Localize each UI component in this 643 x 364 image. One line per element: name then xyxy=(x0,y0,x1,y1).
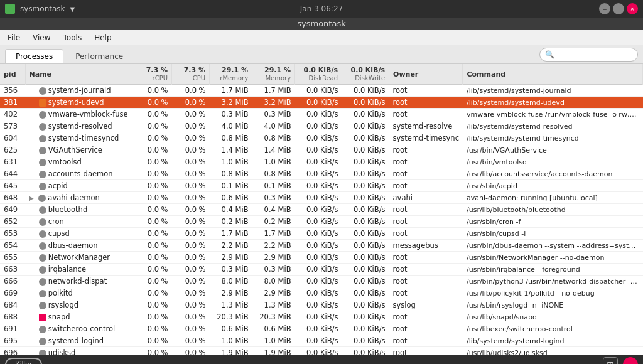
cell-rmem: 2.9 MiB xyxy=(210,287,252,299)
cell-command: /lib/systemd/systemd-resolved xyxy=(463,120,643,132)
table-row[interactable]: 669 polkitd 0.0 % 0.0 % 2.9 MiB 2.9 MiB … xyxy=(0,287,643,299)
cell-cpu: 0.0 % xyxy=(172,120,210,132)
process-icon xyxy=(39,171,46,178)
cell-name: snapd xyxy=(25,311,134,323)
cell-pid: 695 xyxy=(0,335,25,347)
app-menu-label[interactable]: sysmontask xyxy=(20,4,65,13)
tab-performance[interactable]: Performance xyxy=(65,49,134,63)
cell-rcpu: 0.0 % xyxy=(134,287,172,299)
close-button[interactable]: × xyxy=(627,3,638,14)
cell-rmem: 0.6 MiB xyxy=(210,323,252,335)
cell-diskwrite: 0.0 KiB/s xyxy=(342,168,389,180)
cell-command: vmware-vmblock-fuse /run/vmblock-fuse -o… xyxy=(463,109,643,120)
maximize-button[interactable]: □ xyxy=(613,3,624,14)
cell-mem: 1.3 MiB xyxy=(252,299,295,311)
menu-tools[interactable]: Tools xyxy=(58,32,87,43)
col-pid[interactable]: pid xyxy=(0,64,25,85)
col-command[interactable]: Command xyxy=(463,64,643,85)
cell-rcpu: 0.0 % xyxy=(134,204,172,216)
cell-mem: 2.9 MiB xyxy=(252,287,295,299)
cell-cpu: 0.0 % xyxy=(172,252,210,264)
process-icon xyxy=(38,195,46,202)
menu-view[interactable]: View xyxy=(28,32,55,43)
cell-cpu: 0.0 % xyxy=(172,156,210,168)
cell-rcpu: 0.0 % xyxy=(134,132,172,144)
table-row[interactable]: 649 bluetoothd 0.0 % 0.0 % 0.4 MiB 0.4 M… xyxy=(0,204,643,216)
cell-cpu: 0.0 % xyxy=(172,299,210,311)
col-owner[interactable]: Owner xyxy=(389,64,463,85)
cell-diskread: 0.0 KiB/s xyxy=(295,109,342,120)
cell-owner: root xyxy=(389,180,463,192)
tab-processes[interactable]: Processes xyxy=(5,49,63,63)
search-input[interactable] xyxy=(557,51,632,58)
cell-mem: 3.2 MiB xyxy=(252,97,295,109)
process-icon xyxy=(39,338,46,345)
cell-name: rsyslogd xyxy=(25,299,134,311)
table-row[interactable]: 356 systemd-journald 0.0 % 0.0 % 1.7 MiB… xyxy=(0,85,643,97)
cell-owner: root xyxy=(389,276,463,287)
table-row[interactable]: 645 acpid 0.0 % 0.0 % 0.1 MiB 0.1 MiB 0.… xyxy=(0,180,643,192)
table-row[interactable]: 625 VGAuthService 0.0 % 0.0 % 1.4 MiB 1.… xyxy=(0,144,643,156)
col-cpu[interactable]: 7.3 %CPU xyxy=(172,64,210,85)
table-row[interactable]: 666 networkd-dispat 0.0 % 0.0 % 8.0 MiB … xyxy=(0,276,643,287)
cell-command: /lib/systemd/systemd-timesyncd xyxy=(463,132,643,144)
cell-cpu: 0.0 % xyxy=(172,97,210,109)
tab-bar: Processes Performance 🔍 xyxy=(0,45,643,64)
cell-rcpu: 0.0 % xyxy=(134,335,172,347)
col-name[interactable]: Name xyxy=(25,64,134,85)
status-bar-right: ⊞ xyxy=(603,357,638,364)
col-diskwrite[interactable]: 0.0 KiB/sDiskWrite xyxy=(342,64,389,85)
table-row[interactable]: 604 systemd-timesyncd 0.0 % 0.0 % 0.8 Mi… xyxy=(0,132,643,144)
cell-diskread: 0.0 KiB/s xyxy=(295,144,342,156)
title-bar-left: sysmontask ▼ Jan 3 06:27 xyxy=(5,4,75,14)
cell-rmem: 20.3 MiB xyxy=(210,311,252,323)
search-box[interactable]: 🔍 xyxy=(539,48,638,62)
table-row[interactable]: 654 dbus-daemon 0.0 % 0.0 % 2.2 MiB 2.2 … xyxy=(0,240,643,252)
table-row[interactable]: 652 cron 0.0 % 0.0 % 0.2 MiB 0.2 MiB 0.0… xyxy=(0,216,643,228)
grid-button[interactable]: ⊞ xyxy=(603,357,618,364)
table-row[interactable]: 696 udisksd 0.0 % 0.0 % 1.9 MiB 1.9 MiB … xyxy=(0,347,643,356)
cell-diskread: 0.0 KiB/s xyxy=(295,264,342,276)
menu-help[interactable]: Help xyxy=(89,32,116,43)
cell-command: avahi-daemon: running [ubuntu.local] xyxy=(463,192,643,204)
cell-name: irqbalance xyxy=(25,264,134,276)
cell-rcpu: 0.0 % xyxy=(134,264,172,276)
table-row[interactable]: 653 cupsd 0.0 % 0.0 % 1.7 MiB 1.7 MiB 0.… xyxy=(0,228,643,240)
cell-name: cupsd xyxy=(25,228,134,240)
table-row[interactable]: 691 switcheroo-control 0.0 % 0.0 % 0.6 M… xyxy=(0,323,643,335)
cell-rmem: 3.2 MiB xyxy=(210,97,252,109)
search-icon: 🔍 xyxy=(545,50,554,59)
table-row[interactable]: 663 irqbalance 0.0 % 0.0 % 0.3 MiB 0.3 M… xyxy=(0,264,643,276)
cell-rcpu: 0.0 % xyxy=(134,299,172,311)
cell-diskread: 0.0 KiB/s xyxy=(295,287,342,299)
table-row[interactable]: 402 vmware-vmblock-fuse 0.0 % 0.0 % 0.3 … xyxy=(0,109,643,120)
cell-owner: syslog xyxy=(389,299,463,311)
table-row[interactable]: 684 rsyslogd 0.0 % 0.0 % 1.3 MiB 1.3 MiB… xyxy=(0,299,643,311)
cell-mem: 0.3 MiB xyxy=(252,264,295,276)
process-icon xyxy=(39,123,46,131)
killer-button[interactable]: Killer xyxy=(5,358,42,364)
cell-diskread: 0.0 KiB/s xyxy=(295,192,342,204)
app-menu-arrow[interactable]: ▼ xyxy=(70,6,75,13)
cell-diskwrite: 0.0 KiB/s xyxy=(342,228,389,240)
table-row[interactable]: 644 accounts-daemon 0.0 % 0.0 % 0.8 MiB … xyxy=(0,168,643,180)
process-icon xyxy=(39,99,46,107)
table-row[interactable]: 648 ▶ avahi-daemon 0.0 % 0.0 % 0.6 MiB 0… xyxy=(0,192,643,204)
col-mem[interactable]: 29.1 %Memory xyxy=(252,64,295,85)
table-row[interactable]: 655 NetworkManager 0.0 % 0.0 % 2.9 MiB 2… xyxy=(0,252,643,264)
col-diskread[interactable]: 0.0 KiB/sDiskRead xyxy=(295,64,342,85)
expand-arrow[interactable]: ▶ xyxy=(29,195,34,201)
minimize-button[interactable]: – xyxy=(599,3,610,14)
menu-file[interactable]: File xyxy=(3,32,25,43)
table-row[interactable]: 688 snapd 0.0 % 0.0 % 20.3 MiB 20.3 MiB … xyxy=(0,311,643,323)
table-row[interactable]: 695 systemd-logind 0.0 % 0.0 % 1.0 MiB 1… xyxy=(0,335,643,347)
stop-button[interactable] xyxy=(623,357,638,364)
process-icon xyxy=(39,266,46,274)
table-row[interactable]: 381 systemd-udevd 0.0 % 0.0 % 3.2 MiB 3.… xyxy=(0,97,643,109)
table-row[interactable]: 631 vmtoolsd 0.0 % 0.0 % 1.0 MiB 1.0 MiB… xyxy=(0,156,643,168)
table-row[interactable]: 573 systemd-resolved 0.0 % 0.0 % 4.0 MiB… xyxy=(0,120,643,132)
cell-diskread: 0.0 KiB/s xyxy=(295,204,342,216)
col-rmem[interactable]: 29.1 %rMemory xyxy=(210,64,252,85)
status-bar: Killer ⊞ xyxy=(0,355,643,364)
col-rcpu[interactable]: 7.3 %rCPU xyxy=(134,64,172,85)
